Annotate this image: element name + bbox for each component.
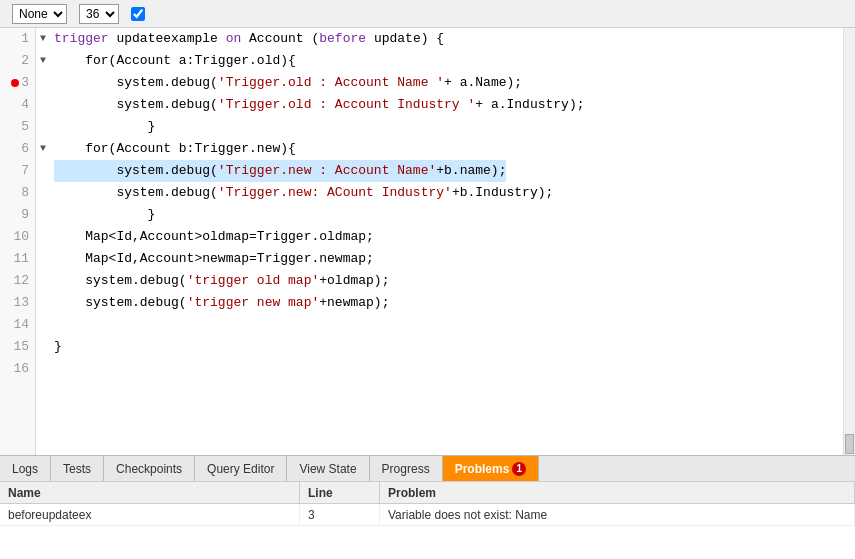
fold-arrow-8 bbox=[40, 182, 54, 204]
fold-arrow-6[interactable]: ▼ bbox=[40, 138, 54, 160]
line-num-11: 11 bbox=[0, 248, 35, 270]
tab-view-state[interactable]: View State bbox=[287, 456, 369, 481]
token: 'trigger new map' bbox=[187, 292, 320, 314]
token: + a.Industry); bbox=[475, 94, 584, 116]
fold-arrow-7 bbox=[40, 160, 54, 182]
fold-arrow-14 bbox=[40, 314, 54, 336]
fold-arrow-15 bbox=[40, 336, 54, 358]
line-num-14: 14 bbox=[0, 314, 35, 336]
token: 'trigger old map' bbox=[187, 270, 320, 292]
tab-label-logs: Logs bbox=[12, 462, 38, 476]
problems-rows: beforeupdateex3Variable does not exist: … bbox=[0, 504, 855, 526]
tab-logs[interactable]: Logs bbox=[0, 456, 51, 481]
tab-problems[interactable]: Problems1 bbox=[443, 456, 540, 481]
code-line-14 bbox=[36, 314, 843, 336]
token: for(Account a:Trigger.old){ bbox=[54, 50, 296, 72]
line-num-4: 4 bbox=[0, 94, 35, 116]
line-num-12: 12 bbox=[0, 270, 35, 292]
token: update) { bbox=[374, 28, 444, 50]
tab-query-editor[interactable]: Query Editor bbox=[195, 456, 287, 481]
token: system.debug( bbox=[54, 270, 187, 292]
line-num-2: 2 bbox=[0, 50, 35, 72]
tab-label-tests: Tests bbox=[63, 462, 91, 476]
fold-arrow-3 bbox=[40, 72, 54, 94]
fold-arrow-12 bbox=[40, 270, 54, 292]
code-line-5: } bbox=[36, 116, 843, 138]
fold-arrow-2[interactable]: ▼ bbox=[40, 50, 54, 72]
token: +oldmap); bbox=[319, 270, 389, 292]
line-num-10: 10 bbox=[0, 226, 35, 248]
code-line-7: system.debug('Trigger.new : Account Name… bbox=[36, 160, 843, 182]
line-num-16: 16 bbox=[0, 358, 35, 380]
token: 'Trigger.old : Account Industry ' bbox=[218, 94, 475, 116]
tab-label-problems: Problems bbox=[455, 462, 510, 476]
fold-arrow-4 bbox=[40, 94, 54, 116]
token: + a.Name); bbox=[444, 72, 522, 94]
code-line-16 bbox=[36, 358, 843, 380]
token: 'Trigger.new : Account Name' bbox=[218, 160, 436, 182]
fold-arrow-9 bbox=[40, 204, 54, 226]
token: trigger bbox=[54, 28, 116, 50]
token: on bbox=[226, 28, 249, 50]
error-dot-icon bbox=[11, 79, 19, 87]
token: +newmap); bbox=[319, 292, 389, 314]
code-line-2: ▼ for(Account a:Trigger.old){ bbox=[36, 50, 843, 72]
line-numbers: 12345678910111213141516 bbox=[0, 28, 36, 455]
code-line-13: system.debug('trigger new map'+newmap); bbox=[36, 292, 843, 314]
token: system.debug( bbox=[54, 160, 218, 182]
problems-header: Name Line Problem bbox=[0, 482, 855, 504]
code-line-9: } bbox=[36, 204, 843, 226]
code-line-4: system.debug('Trigger.old : Account Indu… bbox=[36, 94, 843, 116]
token: Map<Id,Account>newmap=Trigger.newmap; bbox=[54, 248, 374, 270]
code-line-8: system.debug('Trigger.new: ACount Indust… bbox=[36, 182, 843, 204]
line-num-6: 6 bbox=[0, 138, 35, 160]
token: Map<Id,Account>oldmap=Trigger.oldmap; bbox=[54, 226, 374, 248]
tab-badge-problems: 1 bbox=[512, 462, 526, 476]
problems-table: Name Line Problem beforeupdateex3Variabl… bbox=[0, 481, 855, 559]
api-version-select[interactable]: 36 bbox=[79, 4, 119, 24]
tab-label-view-state: View State bbox=[299, 462, 356, 476]
token: +b.Industry); bbox=[452, 182, 553, 204]
fold-arrow-1[interactable]: ▼ bbox=[40, 28, 54, 50]
tab-label-checkpoints: Checkpoints bbox=[116, 462, 182, 476]
token: for(Account b:Trigger.new){ bbox=[54, 138, 296, 160]
problem-name-0: beforeupdateex bbox=[0, 504, 300, 525]
code-line-15: } bbox=[36, 336, 843, 358]
problem-row-0[interactable]: beforeupdateex3Variable does not exist: … bbox=[0, 504, 855, 526]
code-coverage-select[interactable]: None bbox=[12, 4, 67, 24]
line-num-15: 15 bbox=[0, 336, 35, 358]
col-header-line: Line bbox=[300, 482, 380, 503]
fold-arrow-13 bbox=[40, 292, 54, 314]
col-header-problem: Problem bbox=[380, 482, 855, 503]
scrollbar-area[interactable] bbox=[843, 28, 855, 455]
fold-arrow-16 bbox=[40, 358, 54, 380]
code-line-3: system.debug('Trigger.old : Account Name… bbox=[36, 72, 843, 94]
editor-area: 12345678910111213141516 ▼trigger updatee… bbox=[0, 28, 855, 455]
code-content[interactable]: ▼trigger updateexample on Account (befor… bbox=[36, 28, 843, 455]
fold-arrow-10 bbox=[40, 226, 54, 248]
code-line-6: ▼ for(Account b:Trigger.new){ bbox=[36, 138, 843, 160]
scrollbar-thumb[interactable] bbox=[845, 434, 854, 454]
line-num-5: 5 bbox=[0, 116, 35, 138]
code-line-12: system.debug('trigger old map'+oldmap); bbox=[36, 270, 843, 292]
active-checkbox[interactable] bbox=[131, 7, 145, 21]
line-num-1: 1 bbox=[0, 28, 35, 50]
token: system.debug( bbox=[54, 182, 218, 204]
line-num-7: 7 bbox=[0, 160, 35, 182]
tab-tests[interactable]: Tests bbox=[51, 456, 104, 481]
line-num-13: 13 bbox=[0, 292, 35, 314]
code-line-1: ▼trigger updateexample on Account (befor… bbox=[36, 28, 843, 50]
code-line-10: Map<Id,Account>oldmap=Trigger.oldmap; bbox=[36, 226, 843, 248]
token: } bbox=[54, 336, 62, 358]
bottom-tabs: LogsTestsCheckpointsQuery EditorView Sta… bbox=[0, 455, 855, 481]
tab-progress[interactable]: Progress bbox=[370, 456, 443, 481]
fold-arrow-5 bbox=[40, 116, 54, 138]
problem-line-0: 3 bbox=[300, 504, 380, 525]
token: system.debug( bbox=[54, 72, 218, 94]
token: updateexample bbox=[116, 28, 225, 50]
tab-label-query-editor: Query Editor bbox=[207, 462, 274, 476]
line-num-3: 3 bbox=[0, 72, 35, 94]
line-num-9: 9 bbox=[0, 204, 35, 226]
fold-arrow-11 bbox=[40, 248, 54, 270]
tab-checkpoints[interactable]: Checkpoints bbox=[104, 456, 195, 481]
